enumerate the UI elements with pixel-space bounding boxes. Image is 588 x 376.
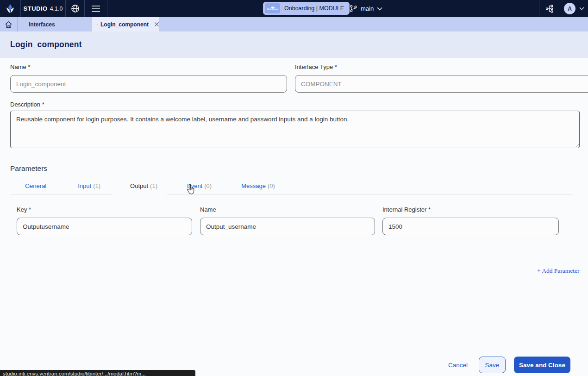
tab-close-button[interactable] (154, 22, 159, 27)
globe-icon (71, 4, 80, 13)
parameters-tabs: General Input (1) Output (1) Event (0) M… (25, 182, 275, 189)
tab-interfaces-label: Interfaces (29, 21, 55, 28)
param-tab-general-label: General (25, 182, 46, 189)
close-icon (154, 22, 159, 27)
sitemap-icon (545, 5, 554, 13)
interface-doc-icon (97, 21, 98, 28)
goldbank-logo-text: GoldBank (267, 8, 278, 11)
interface-type-field[interactable] (295, 75, 588, 93)
name-field[interactable] (10, 75, 287, 93)
param-tab-general[interactable]: General (25, 182, 48, 189)
divider (107, 0, 107, 17)
param-tab-output-label: Output (130, 182, 148, 189)
name-field-label: Name * (10, 63, 30, 70)
param-internal-register-label: Internal Register * (382, 206, 431, 213)
brand-version: 4.1.0 (50, 6, 63, 12)
home-icon (5, 21, 13, 28)
home-button[interactable] (0, 17, 18, 31)
hamburger-icon (91, 5, 100, 13)
add-parameter-link[interactable]: + Add Parameter (537, 267, 580, 275)
interface-type-label: Interface Type * (295, 63, 337, 70)
tab-login-component[interactable]: Login_component (92, 17, 159, 31)
context-badge-label: Onboarding | MODULE (284, 5, 344, 12)
veritran-logo-icon (5, 4, 15, 14)
top-navbar: STUDIO 4.1.0 GoldBank (0, 0, 588, 17)
param-name-field[interactable] (200, 218, 375, 235)
param-tab-event-count: (0) (204, 182, 212, 189)
document-tabbar: Interfaces Login_component (0, 17, 588, 31)
param-tab-input[interactable]: Input (1) (78, 182, 100, 189)
save-and-close-button[interactable]: Save and Close (514, 357, 570, 373)
studio-app-window: STUDIO 4.1.0 GoldBank (0, 0, 588, 376)
save-button[interactable]: Save (479, 357, 506, 373)
chevron-down-icon (377, 7, 382, 11)
tabs-divider (167, 194, 573, 195)
param-tab-input-label: Input (78, 182, 91, 189)
language-button[interactable] (66, 0, 84, 17)
param-tab-output[interactable]: Output (1) (130, 182, 157, 189)
environment-map-button[interactable] (539, 0, 560, 17)
context-badge[interactable]: GoldBank Onboarding | MODULE (263, 2, 350, 15)
brand: STUDIO 4.1.0 (21, 0, 65, 17)
param-tab-event[interactable]: Event (0) (187, 182, 212, 189)
param-tab-input-count: (1) (93, 182, 100, 189)
tab-login-component-label: Login_component (100, 21, 149, 28)
param-tab-event-label: Event (187, 182, 202, 189)
footer-actions: Cancel Save Save and Close (445, 357, 570, 373)
status-url-tooltip: studio.inti.envs.veritran.com/studio/lib… (0, 370, 195, 376)
param-internal-register-field[interactable] (382, 218, 559, 235)
brand-name: STUDIO (24, 5, 48, 12)
param-tab-message-count: (0) (268, 182, 275, 189)
description-field[interactable]: Reusable component for login purposes. I… (10, 111, 580, 148)
branch-name: main (361, 5, 374, 12)
branch-selector[interactable]: main (350, 0, 382, 17)
tab-interfaces[interactable]: Interfaces (18, 17, 92, 31)
param-tab-message-label: Message (241, 182, 266, 189)
main-menu-button[interactable] (85, 0, 107, 17)
avatar: A (564, 3, 575, 14)
param-key-label: Key * (17, 206, 31, 213)
param-tab-output-count: (1) (150, 182, 157, 189)
goldbank-logo: GoldBank (265, 3, 280, 13)
chevron-down-icon (579, 7, 584, 10)
param-name-label: Name (200, 206, 216, 213)
param-key-field[interactable] (17, 218, 192, 235)
page-header: Login_component (0, 31, 588, 58)
git-branch-icon (350, 5, 357, 13)
veritran-logo[interactable] (0, 0, 20, 17)
parameters-heading: Parameters (10, 164, 47, 173)
tabs-divider (10, 194, 113, 195)
description-label: Description * (10, 101, 44, 108)
user-menu[interactable]: A (560, 0, 588, 17)
page-title: Login_component (10, 40, 82, 50)
param-tab-message[interactable]: Message (0) (241, 182, 275, 189)
cancel-button[interactable]: Cancel (445, 358, 470, 372)
